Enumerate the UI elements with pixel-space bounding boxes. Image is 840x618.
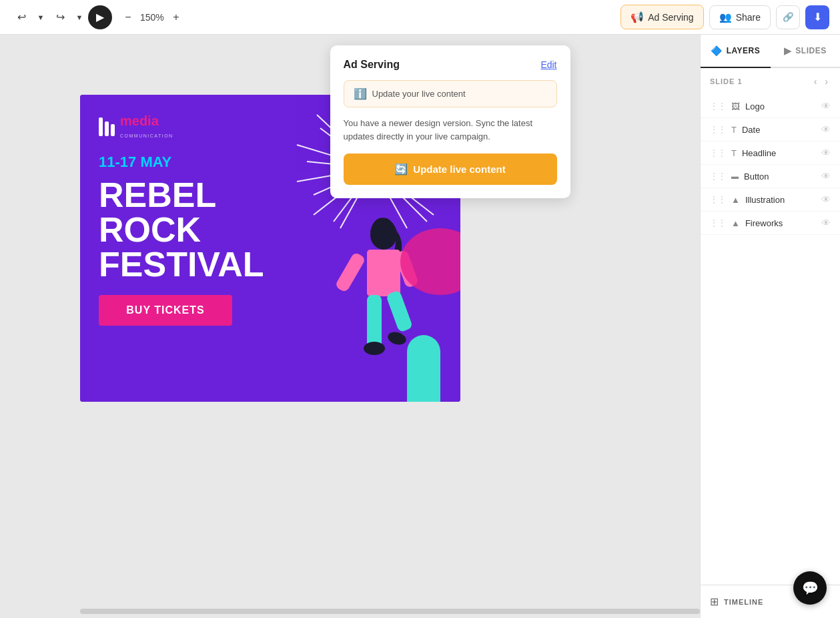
layer-item-headline[interactable]: ⋮⋮ T Headline 👁 [701, 141, 840, 165]
layer-name-button: Button [744, 172, 816, 182]
ad-popup: Ad Serving Edit ℹ️ Update your live cont… [330, 45, 570, 198]
drag-handle-icon: ⋮⋮ [710, 218, 726, 228]
main-area: media COMMUNICATION 11-17 MAY REBEL ROCK… [0, 35, 840, 618]
play-button[interactable]: ▶ [88, 5, 112, 29]
logo-bar-2 [105, 121, 109, 136]
timeline-label: TIMELINE [724, 598, 763, 606]
drag-handle-icon: ⋮⋮ [710, 148, 726, 158]
slide-nav: ‹ › [811, 75, 831, 88]
zoom-out-button[interactable]: − [120, 9, 136, 25]
shape-layer-icon: ▬ [731, 172, 739, 180]
ad-popup-header: Ad Serving Edit [344, 59, 557, 71]
logo-brand: media [120, 113, 173, 128]
download-icon: ⬇ [813, 11, 822, 23]
layer-item-illustration[interactable]: ⋮⋮ ▲ Illustration 👁 [701, 188, 840, 212]
buy-tickets-button[interactable]: BUY TICKETS [99, 295, 232, 326]
layers-tab-icon: 🔷 [711, 45, 723, 56]
share-button[interactable]: 👥 Share [709, 5, 771, 29]
drag-handle-icon: ⋮⋮ [710, 101, 726, 111]
notice-text: Update your live content [372, 89, 466, 99]
redo-dropdown-button[interactable]: ▼ [73, 7, 85, 28]
layer-name-date: Date [742, 125, 816, 135]
visibility-icon-fireworks[interactable]: 👁 [821, 218, 831, 228]
ad-popup-description: You have a newer design version. Sync th… [344, 117, 557, 143]
layer-item-date[interactable]: ⋮⋮ T Date 👁 [701, 118, 840, 141]
slide-prev-button[interactable]: ‹ [811, 75, 820, 88]
svg-rect-24 [367, 295, 382, 348]
refresh-icon: 🔄 [394, 163, 408, 176]
teal-leg [407, 335, 440, 402]
image-layer-icon: 🖼 [731, 101, 740, 111]
ad-popup-edit-link[interactable]: Edit [540, 59, 556, 70]
svg-rect-25 [386, 290, 413, 332]
ad-popup-title: Ad Serving [344, 59, 400, 71]
svg-point-28 [364, 342, 385, 355]
layer-name-headline: Headline [742, 148, 816, 158]
drag-handle-icon: ⋮⋮ [710, 125, 726, 134]
text-layer-icon: T [731, 125, 737, 135]
zoom-in-button[interactable]: + [168, 9, 184, 25]
logo-bar-3 [111, 124, 115, 136]
visibility-icon-logo[interactable]: 👁 [821, 101, 831, 111]
info-icon: ℹ️ [354, 87, 367, 100]
undo-dropdown-button[interactable]: ▼ [35, 7, 47, 28]
redo-button[interactable]: ↪ [49, 7, 71, 28]
visibility-icon-illustration[interactable]: 👁 [821, 194, 831, 205]
undo-button[interactable]: ↩ [11, 7, 32, 28]
slide-label: SLIDE 1 ‹ › [701, 68, 840, 95]
panel-tabs: 🔷 LAYERS ▶ SLIDES [701, 35, 840, 68]
right-panel: 🔷 LAYERS ▶ SLIDES SLIDE 1 ‹ › ⋮⋮ 🖼 Logo … [700, 35, 840, 618]
drag-handle-icon: ⋮⋮ [710, 172, 726, 181]
timeline-icon: ⊞ [710, 595, 719, 608]
triangle-layer-icon: ▲ [731, 218, 740, 228]
layer-item-fireworks[interactable]: ⋮⋮ ▲ Fireworks 👁 [701, 212, 840, 235]
chat-icon: 💬 [802, 580, 819, 596]
slide-label-text: SLIDE 1 [710, 77, 743, 85]
layer-name-logo: Logo [745, 101, 816, 111]
svg-rect-23 [367, 250, 400, 296]
layers-list: ⋮⋮ 🖼 Logo 👁 ⋮⋮ T Date 👁 ⋮⋮ T Headline 👁 [701, 95, 840, 585]
layer-name-fireworks: Fireworks [745, 218, 816, 228]
canvas-area[interactable]: media COMMUNICATION 11-17 MAY REBEL ROCK… [0, 35, 700, 618]
text-layer-icon: T [731, 148, 737, 158]
slides-tab-icon: ▶ [784, 45, 792, 56]
zoom-level: 150% [140, 12, 164, 23]
logo-sub: COMMUNICATION [120, 133, 173, 138]
ad-popup-notice: ℹ️ Update your live content [344, 80, 557, 107]
megaphone-icon: 📢 [631, 11, 644, 23]
tab-layers[interactable]: 🔷 LAYERS [701, 35, 771, 68]
visibility-icon-date[interactable]: 👁 [821, 124, 831, 135]
update-live-label: Update live content [413, 164, 505, 175]
link-icon: 🔗 [783, 12, 794, 22]
people-icon: 👥 [719, 11, 732, 23]
svg-point-29 [386, 330, 408, 347]
toolbar: ↩ ▼ ↪ ▼ ▶ − 150% + 📢 Ad Serving 👥 Share … [0, 0, 840, 35]
logo-bar-1 [99, 117, 103, 136]
download-button[interactable]: ⬇ [805, 5, 829, 29]
ad-serving-button[interactable]: 📢 Ad Serving [620, 5, 703, 29]
slides-tab-label: SLIDES [795, 46, 826, 55]
layers-tab-label: LAYERS [727, 46, 761, 55]
zoom-control: − 150% + [120, 9, 184, 25]
logo-bars-icon [99, 117, 115, 136]
layer-name-illustration: Illustration [745, 195, 816, 205]
share-label: Share [736, 12, 761, 23]
toolbar-right: 📢 Ad Serving 👥 Share 🔗 ⬇ [620, 5, 829, 29]
chat-bubble[interactable]: 💬 [793, 571, 827, 605]
horizontal-scrollbar[interactable] [80, 609, 700, 614]
update-live-button[interactable]: 🔄 Update live content [344, 153, 557, 185]
logo-text: media COMMUNICATION [120, 113, 173, 140]
tab-slides[interactable]: ▶ SLIDES [771, 35, 841, 68]
slide-next-button[interactable]: › [822, 75, 831, 88]
visibility-icon-button[interactable]: 👁 [821, 171, 831, 182]
layer-item-button[interactable]: ⋮⋮ ▬ Button 👁 [701, 165, 840, 188]
link-button[interactable]: 🔗 [776, 5, 800, 29]
layer-item-logo[interactable]: ⋮⋮ 🖼 Logo 👁 [701, 95, 840, 118]
visibility-icon-headline[interactable]: 👁 [821, 147, 831, 158]
svg-rect-26 [334, 252, 366, 293]
triangle-layer-icon: ▲ [731, 195, 740, 205]
toolbar-left: ↩ ▼ ↪ ▼ ▶ − 150% + [11, 5, 615, 29]
drag-handle-icon: ⋮⋮ [710, 195, 726, 204]
ad-serving-label: Ad Serving [648, 12, 693, 23]
